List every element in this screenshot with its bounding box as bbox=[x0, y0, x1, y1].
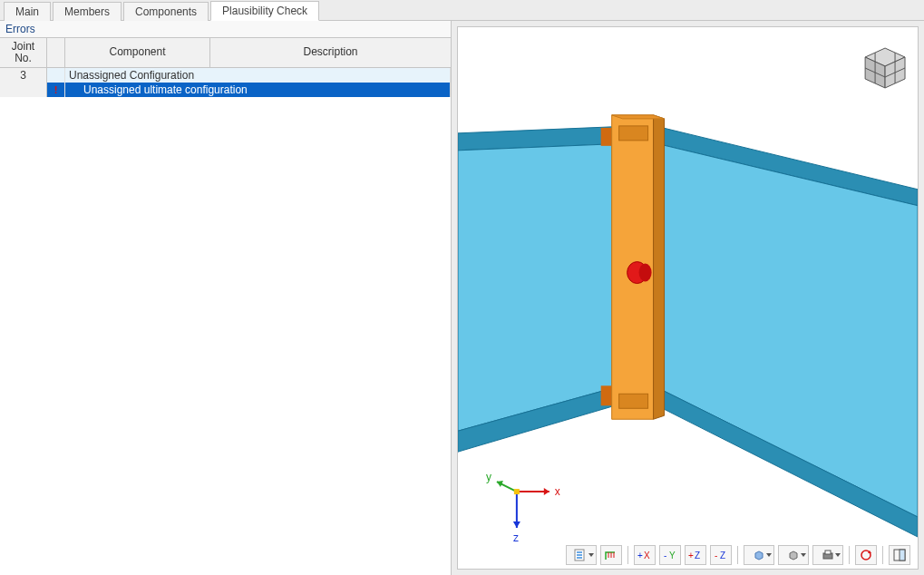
errors-grid-header: Joint No. Component Description bbox=[0, 38, 451, 68]
view-isometric-button[interactable] bbox=[744, 545, 774, 565]
errors-panel: Errors Joint No. Component Description 3… bbox=[0, 21, 452, 575]
svg-marker-9 bbox=[654, 115, 665, 419]
error-joint-no bbox=[0, 83, 47, 97]
svg-marker-20 bbox=[513, 521, 520, 528]
group-icon bbox=[47, 68, 65, 83]
svg-marker-16 bbox=[544, 488, 550, 495]
svg-text:+: + bbox=[688, 551, 694, 560]
axis-y-label: y bbox=[486, 471, 491, 483]
errors-grid-body: 3 Unassigned Configuration ! Unassigned … bbox=[0, 68, 451, 575]
nav-cube-icon[interactable] bbox=[865, 48, 905, 88]
axis-x-label: x bbox=[555, 485, 560, 498]
svg-text:Z: Z bbox=[720, 551, 725, 560]
svg-text:-: - bbox=[664, 551, 666, 560]
svg-text:-: - bbox=[715, 551, 717, 560]
toolbar-separator bbox=[882, 546, 883, 564]
render-mode-button[interactable] bbox=[778, 545, 809, 565]
svg-rect-31 bbox=[577, 551, 582, 553]
svg-text:Y: Y bbox=[669, 551, 676, 560]
group-label: Unassigned Configuration bbox=[65, 68, 451, 83]
svg-rect-7 bbox=[601, 385, 612, 405]
svg-rect-33 bbox=[577, 557, 582, 559]
warning-icon: ! bbox=[47, 83, 65, 97]
svg-marker-10 bbox=[612, 115, 665, 119]
toolbar-separator bbox=[849, 546, 850, 564]
svg-rect-11 bbox=[619, 126, 648, 141]
tabstrip: Main Members Components Plausibility Che… bbox=[0, 0, 924, 21]
svg-rect-21 bbox=[514, 489, 520, 494]
view-minus-z-button[interactable]: -Z bbox=[710, 545, 732, 565]
col-description[interactable]: Description bbox=[210, 38, 451, 67]
svg-rect-12 bbox=[619, 394, 648, 408]
fullscreen-button[interactable] bbox=[889, 545, 910, 565]
view-toolbar: +X -Y +Z -Z bbox=[566, 545, 910, 565]
tab-plausibility-check[interactable]: Plausibility Check bbox=[210, 1, 319, 21]
svg-text:+: + bbox=[637, 551, 643, 560]
tab-members[interactable]: Members bbox=[53, 2, 122, 21]
svg-marker-1 bbox=[458, 144, 612, 431]
error-text: Unassigned ultimate configuration bbox=[65, 83, 451, 97]
axis-z-label: z bbox=[513, 531, 519, 544]
svg-marker-45 bbox=[755, 551, 763, 560]
view-plus-x-button[interactable]: +X bbox=[634, 545, 656, 565]
tab-main[interactable]: Main bbox=[4, 2, 51, 21]
view-plus-z-button[interactable]: +Z bbox=[685, 545, 706, 565]
svg-marker-46 bbox=[790, 551, 797, 560]
show-loads-button[interactable] bbox=[600, 545, 622, 565]
svg-text:X: X bbox=[644, 551, 650, 560]
col-component[interactable]: Component bbox=[65, 38, 210, 67]
col-icon[interactable] bbox=[47, 38, 65, 67]
svg-rect-32 bbox=[577, 554, 582, 556]
svg-point-14 bbox=[639, 264, 652, 282]
col-joint-no[interactable]: Joint No. bbox=[0, 38, 47, 67]
toolbar-separator bbox=[737, 546, 738, 564]
svg-rect-6 bbox=[601, 128, 612, 146]
viewport-panel: x y z bbox=[457, 26, 919, 570]
reset-view-button[interactable] bbox=[855, 545, 877, 565]
errors-header: Errors bbox=[0, 21, 451, 38]
toolbar-separator bbox=[627, 546, 628, 564]
svg-rect-52 bbox=[900, 550, 905, 560]
view-minus-y-button[interactable]: -Y bbox=[659, 545, 681, 565]
viewport-3d[interactable]: x y z bbox=[458, 27, 918, 569]
group-joint-no: 3 bbox=[0, 68, 47, 83]
display-settings-button[interactable] bbox=[566, 545, 597, 565]
svg-text:Z: Z bbox=[695, 551, 700, 560]
print-view-button[interactable] bbox=[812, 545, 843, 565]
group-row[interactable]: 3 Unassigned Configuration bbox=[0, 68, 451, 83]
error-row[interactable]: ! Unassigned ultimate configuration bbox=[0, 83, 451, 97]
svg-rect-48 bbox=[825, 551, 831, 554]
tab-components[interactable]: Components bbox=[123, 2, 209, 21]
